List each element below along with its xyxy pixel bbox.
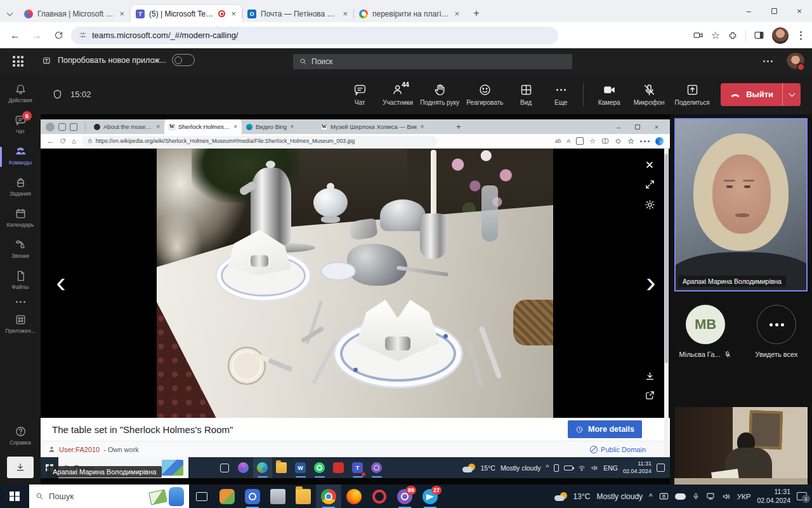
- collections-icon[interactable]: [615, 138, 622, 145]
- shared-url-field[interactable]: https://en.wikipedia.org/wiki/Sherlock_H…: [82, 136, 437, 147]
- minimize-button[interactable]: –: [736, 0, 761, 22]
- view-button[interactable]: Вид: [507, 83, 545, 106]
- settings-more-icon[interactable]: [640, 140, 650, 142]
- taskbar-search-box[interactable]: Пошук: [29, 485, 189, 508]
- share-button[interactable]: Поделиться: [670, 83, 714, 106]
- side-panel-icon[interactable]: [754, 30, 764, 41]
- viewer-settings-button[interactable]: [642, 197, 657, 212]
- restore-button[interactable]: [628, 119, 647, 134]
- speaker-icon[interactable]: [591, 464, 598, 472]
- download-desktop-button[interactable]: [7, 457, 34, 478]
- tab-teams-active[interactable]: T (5) | Microsoft Teams classic ×: [131, 5, 242, 22]
- sidebar-item-calls[interactable]: Звонки: [0, 239, 41, 259]
- start-button[interactable]: [0, 485, 29, 508]
- tab-close-icon[interactable]: ×: [420, 123, 424, 130]
- screen-record-icon[interactable]: [659, 492, 669, 500]
- close-button[interactable]: ×: [647, 119, 666, 134]
- shared-redapp-button[interactable]: [329, 457, 348, 478]
- speaker-video-tile[interactable]: Арапакі Марина Володимирівна: [674, 118, 808, 291]
- home-icon[interactable]: ⌂: [72, 137, 76, 145]
- wifi-icon[interactable]: [578, 465, 586, 471]
- viewer-share-button[interactable]: [642, 387, 657, 403]
- printer-button[interactable]: [265, 485, 291, 508]
- chrome-button[interactable]: [316, 485, 341, 508]
- license-link[interactable]: Public Domain: [590, 446, 646, 453]
- see-all-tile[interactable]: Увидеть всех: [741, 305, 812, 358]
- sidebar-item-assignments[interactable]: Задания: [0, 177, 41, 197]
- sidebar-item-help[interactable]: Справка: [0, 425, 41, 446]
- viewer-fullscreen-button[interactable]: [642, 177, 657, 192]
- reload-icon[interactable]: [60, 138, 66, 144]
- shared-viber-button[interactable]: [367, 457, 386, 478]
- tab-camera-icon[interactable]: [693, 30, 704, 41]
- next-image-button[interactable]: ›: [639, 262, 662, 302]
- language-indicator[interactable]: УКР: [737, 493, 751, 500]
- weather-icon[interactable]: [554, 492, 567, 501]
- shared-loop-button[interactable]: [234, 457, 253, 478]
- teams-profile-avatar[interactable]: [787, 53, 804, 70]
- read-aloud-icon[interactable]: ab: [555, 138, 561, 144]
- firefox-button[interactable]: [341, 485, 367, 508]
- participants-button[interactable]: 44 Участники: [379, 83, 417, 106]
- sidebar-item-chat[interactable]: 5 Чат: [0, 114, 41, 135]
- more-button[interactable]: Еще: [545, 83, 577, 106]
- prev-image-button[interactable]: ‹: [49, 262, 72, 302]
- shared-profile-icon[interactable]: [46, 123, 55, 131]
- shared-tab-wikipedia-ru[interactable]: W Музей Шерлока Холмса — Вик ×: [317, 119, 450, 134]
- chat-button[interactable]: Чат: [341, 83, 379, 106]
- participant-tile[interactable]: МВ Мільєва Га...: [670, 305, 741, 358]
- tray-expand-icon[interactable]: ^: [649, 492, 653, 501]
- shared-word-button[interactable]: W: [291, 457, 310, 478]
- raise-hand-button[interactable]: Поднять руку: [417, 83, 462, 106]
- scrollbar-thumb[interactable]: [665, 154, 668, 363]
- teams-more-icon[interactable]: [763, 60, 773, 62]
- leave-main[interactable]: Выйти: [721, 89, 782, 100]
- extensions-icon[interactable]: [728, 30, 738, 41]
- notification-icon[interactable]: 1: [797, 492, 807, 500]
- tab-google-search[interactable]: перевірити на плагіат - Поиск ×: [354, 5, 466, 22]
- split-screen-icon[interactable]: [601, 137, 609, 145]
- shared-tab-bing-video[interactable]: Видео Bing ×: [242, 119, 317, 134]
- leave-button[interactable]: Выйти: [721, 83, 801, 106]
- sidebar-item-files[interactable]: Файлы: [0, 270, 41, 290]
- vertical-tabs-icon[interactable]: [70, 123, 77, 131]
- sidebar-item-apps[interactable]: Приложен...: [0, 314, 41, 334]
- new-tab-button[interactable]: +: [468, 5, 485, 22]
- copilot-icon[interactable]: [655, 137, 664, 145]
- taskbar-clock[interactable]: 11:31 02.04.2024: [757, 488, 790, 505]
- speaker-icon[interactable]: [722, 492, 731, 501]
- shared-edge-button[interactable]: [253, 457, 272, 478]
- sidebar-item-teams[interactable]: Команды: [0, 145, 41, 166]
- shared-tab-about-museum[interactable]: About the museum - Sherlock H ×: [89, 119, 164, 134]
- profile-avatar[interactable]: [772, 27, 789, 44]
- browser-menu-icon[interactable]: [796, 31, 806, 40]
- leave-options-button[interactable]: [783, 83, 801, 106]
- clock-app-button[interactable]: [240, 485, 265, 508]
- maximize-button[interactable]: [761, 0, 787, 22]
- shared-teams-button[interactable]: T: [348, 457, 367, 478]
- shared-tab-wikipedia-active[interactable]: W Sherlock Holmes Museum 003 - ×: [164, 119, 242, 134]
- tab-microsoft365[interactable]: Главная | Microsoft 365 ×: [19, 5, 131, 22]
- phone-link-icon[interactable]: [554, 464, 559, 472]
- reading-list-icon[interactable]: [576, 137, 584, 145]
- tab-close-icon[interactable]: ×: [290, 123, 294, 130]
- tab-close-icon[interactable]: ×: [341, 10, 349, 18]
- network-icon[interactable]: [706, 492, 716, 500]
- shared-whatsapp-button[interactable]: [310, 457, 329, 478]
- bookmark-star-icon[interactable]: ☆: [711, 29, 720, 41]
- reload-button[interactable]: [49, 27, 67, 44]
- shared-lang[interactable]: ENG: [603, 464, 618, 472]
- text-size-icon[interactable]: A: [566, 138, 570, 144]
- explorer-button[interactable]: [291, 485, 316, 508]
- battery-icon[interactable]: [564, 465, 573, 471]
- shared-new-tab-button[interactable]: +: [450, 122, 468, 131]
- shared-clock[interactable]: 11:31 02.04.2024: [623, 460, 652, 475]
- back-button[interactable]: ←: [6, 27, 24, 44]
- shared-explorer-button[interactable]: [272, 457, 291, 478]
- store-button[interactable]: [214, 485, 240, 508]
- tab-close-icon[interactable]: ×: [118, 10, 126, 18]
- opera-button[interactable]: [367, 485, 392, 508]
- microphone-icon[interactable]: [692, 492, 700, 500]
- telegram-button[interactable]: 27: [417, 485, 443, 508]
- app-launcher-icon[interactable]: [13, 56, 23, 67]
